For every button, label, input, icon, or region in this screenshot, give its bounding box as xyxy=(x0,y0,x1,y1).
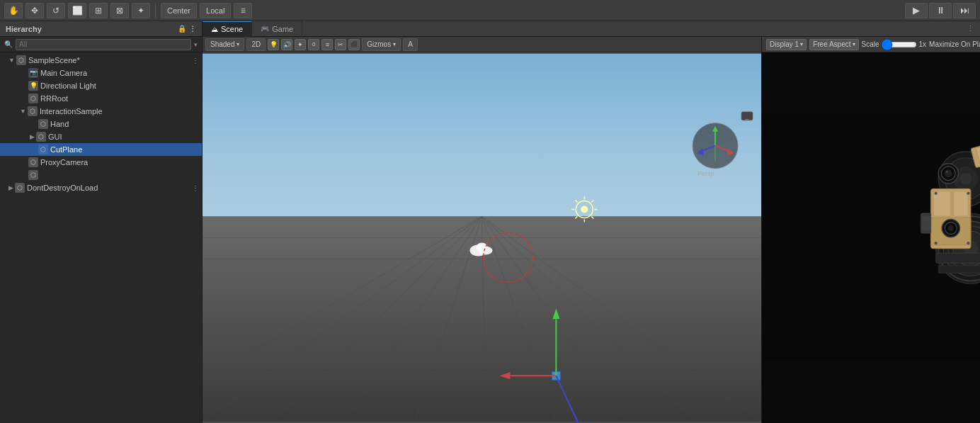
scene-icon-empty: ⬡ xyxy=(28,170,38,180)
hierarchy-search-bar: 🔍 ▾ xyxy=(0,37,202,52)
tool-rect[interactable]: ⊞ xyxy=(89,3,108,18)
play-button[interactable]: ▶ xyxy=(905,3,928,18)
aspect-selector[interactable]: Free Aspect ▾ xyxy=(809,39,858,50)
dropdown-icon[interactable]: ▾ xyxy=(194,41,198,48)
scene-icon-gui: ⬡ xyxy=(36,132,46,142)
tree-label-rrroot: RRRoot xyxy=(40,94,68,103)
scene-icon-dont-destroy: ⬡ xyxy=(15,183,25,193)
gizmos-dropdown[interactable]: Gizmos ▾ xyxy=(362,38,401,51)
hierarchy-panel: Hierarchy 🔒 ⋮ 🔍 ▾ ▼ ⬡ SampleScene* ⋮ xyxy=(0,21,203,423)
tree-item-gui[interactable]: ▶ ⬡ GUI xyxy=(0,130,202,143)
tree-label-hand: Hand xyxy=(50,120,69,128)
display-chevron: ▾ xyxy=(800,41,803,47)
tree-label-interaction: InteractionSample xyxy=(40,107,103,115)
expand-arrow-gui[interactable]: ▶ xyxy=(30,133,35,140)
svg-rect-85 xyxy=(922,216,930,231)
hierarchy-search-input[interactable] xyxy=(16,39,191,50)
scene-icon-hand: ⬡ xyxy=(38,119,48,129)
shading-dropdown[interactable]: Shaded ▾ xyxy=(205,38,244,51)
tree-label-samplescene: SampleScene* xyxy=(28,56,80,64)
game-panel: Display 1 ▾ Free Aspect ▾ Scale 1x xyxy=(762,37,980,423)
scene-icon-rrroot: ⬡ xyxy=(28,94,38,103)
more-samplescene[interactable]: ⋮ xyxy=(192,57,199,64)
tree-label-main-camera: Main Camera xyxy=(40,69,87,77)
maximize-on-play[interactable]: Maximize On Play xyxy=(929,40,980,48)
scene-tool-extra-1[interactable]: 0 xyxy=(308,39,319,50)
center-right: ⛰ Scene 🎮 Game ⋮ Shaded ▾ xyxy=(203,21,980,423)
2d-toggle[interactable]: 2D xyxy=(246,38,266,51)
game-tab-icon: 🎮 xyxy=(261,25,269,33)
tree-item-hand[interactable]: ⬡ Hand xyxy=(0,118,202,130)
tree-item-directional-light[interactable]: 💡 Directional Light xyxy=(0,79,202,92)
more-dont-destroy[interactable]: ⋮ xyxy=(192,184,199,192)
aspect-chevron: ▾ xyxy=(853,41,855,47)
tree-item-rrroot[interactable]: ⬡ RRRoot xyxy=(0,92,202,105)
svg-text:_: _ xyxy=(745,113,750,120)
tree-label-gui: GUI xyxy=(48,132,62,141)
tree-item-main-camera[interactable]: 📷 Main Camera xyxy=(0,67,202,79)
viewport-area: Shaded ▾ 2D 💡 🔊 ✦ 0 ≡ ✂ ⬛ Gizmos ▾ xyxy=(203,37,980,423)
scene-tab-icon: ⛰ xyxy=(211,26,218,33)
space-toggle[interactable]: Local xyxy=(200,3,231,18)
tool-transform[interactable]: ⊠ xyxy=(110,3,129,18)
pause-button[interactable]: ⏸ xyxy=(929,3,952,18)
hierarchy-lock-icon[interactable]: 🔒 xyxy=(178,25,186,33)
scene-icon-directional-light: 💡 xyxy=(28,81,38,91)
svg-point-61 xyxy=(960,173,972,185)
lighting-icon[interactable]: 💡 xyxy=(268,39,279,50)
scene-tool-extra-4[interactable]: ⬛ xyxy=(348,39,360,50)
scene-viewport[interactable]: Persp _ xyxy=(203,52,761,423)
svg-rect-64 xyxy=(954,191,969,216)
maximize-label: Maximize On Play xyxy=(929,40,980,48)
expand-arrow-samplescene[interactable]: ▼ xyxy=(8,57,15,64)
scene-svg: Persp _ xyxy=(203,52,761,423)
tool-hand[interactable]: ✋ xyxy=(4,3,23,18)
pivot-toggle[interactable]: Center xyxy=(161,3,197,18)
tree-item-cutplane[interactable]: ⬡ CutPlane xyxy=(0,143,202,156)
main-area: Hierarchy 🔒 ⋮ 🔍 ▾ ▼ ⬡ SampleScene* ⋮ xyxy=(0,21,980,423)
tree-label-dont-destroy: DontDestroyOnLoad xyxy=(27,184,98,192)
game-viewport[interactable] xyxy=(762,52,980,423)
tool-move[interactable]: ✥ xyxy=(25,3,44,18)
tree-item-dont-destroy[interactable]: ▶ ⬡ DontDestroyOnLoad ⋮ xyxy=(0,181,202,194)
scene-tab-label: Scene xyxy=(221,25,243,33)
game-toolbar: Display 1 ▾ Free Aspect ▾ Scale 1x xyxy=(762,37,980,52)
2d-label: 2D xyxy=(251,40,261,48)
tool-scale[interactable]: ⬜ xyxy=(68,3,86,18)
tool-rotate[interactable]: ↺ xyxy=(47,3,65,18)
tab-more-btn[interactable]: ⋮ xyxy=(961,24,980,33)
scale-value: 1x xyxy=(919,40,927,48)
hierarchy-title: Hierarchy xyxy=(6,25,42,33)
hierarchy-controls: 🔒 ⋮ xyxy=(178,25,196,33)
svg-rect-79 xyxy=(939,266,980,273)
scale-slider[interactable] xyxy=(882,41,917,48)
svg-point-20 xyxy=(581,206,588,213)
scale-label: Scale xyxy=(862,40,879,48)
display-dropdown[interactable]: Display 1 ▾ xyxy=(766,39,807,50)
gizmos-label: Gizmos xyxy=(367,40,391,48)
expand-arrow-dont-destroy[interactable]: ▶ xyxy=(8,184,13,191)
hierarchy-menu-icon[interactable]: ⋮ xyxy=(189,25,196,33)
tree-item-samplescene[interactable]: ▼ ⬡ SampleScene* ⋮ xyxy=(0,54,202,67)
expand-arrow-interaction[interactable]: ▼ xyxy=(20,108,26,115)
audio-icon[interactable]: 🔊 xyxy=(281,39,292,50)
tab-scene[interactable]: ⛰ Scene xyxy=(203,21,252,37)
scene-extra-a[interactable]: A xyxy=(403,38,418,51)
scene-tool-extra-3[interactable]: ✂ xyxy=(335,39,346,50)
tool-custom[interactable]: ✦ xyxy=(132,3,150,18)
tree-item-proxy-camera[interactable]: ⬡ ProxyCamera xyxy=(0,156,202,169)
tab-game[interactable]: 🎮 Game xyxy=(252,21,302,37)
display-selector[interactable]: Display 1 ▾ xyxy=(766,39,807,50)
layers-btn[interactable]: ≡ xyxy=(234,3,252,18)
fx-icon[interactable]: ✦ xyxy=(295,39,306,50)
svg-rect-78 xyxy=(936,254,980,264)
scene-tool-extra-2[interactable]: ≡ xyxy=(321,39,333,50)
search-icon: 🔍 xyxy=(4,40,13,48)
shading-label: Shaded xyxy=(210,40,234,48)
step-button[interactable]: ⏭ xyxy=(953,3,976,18)
tree-item-empty[interactable]: ⬡ xyxy=(0,169,202,181)
tree-item-interaction-sample[interactable]: ▼ ⬡ InteractionSample xyxy=(0,105,202,118)
scene-icon-interaction: ⬡ xyxy=(28,106,38,116)
hierarchy-tree: ▼ ⬡ SampleScene* ⋮ 📷 Main Camera 💡 Direc… xyxy=(0,52,202,423)
aspect-dropdown[interactable]: Free Aspect ▾ xyxy=(809,39,858,50)
